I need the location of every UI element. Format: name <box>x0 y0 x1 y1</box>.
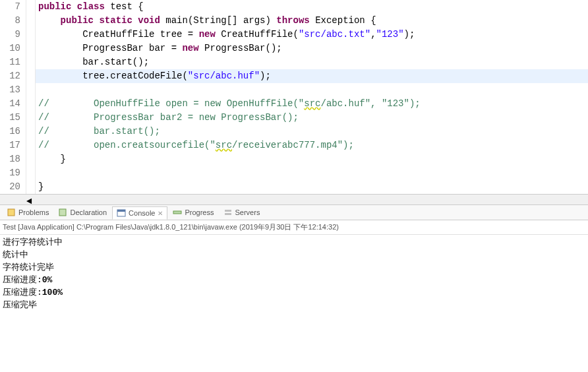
code-content[interactable]: CreatHuffFile tree = new CreatHuffFile("… <box>36 28 415 42</box>
code-line[interactable]: 13 <box>0 83 588 97</box>
tab-label: Progress <box>185 208 214 216</box>
folding-ruler[interactable] <box>26 152 36 166</box>
folding-ruler[interactable] <box>26 97 36 111</box>
code-content[interactable] <box>36 166 38 180</box>
code-content[interactable]: bar.start(); <box>36 55 149 69</box>
folding-ruler[interactable] <box>26 28 36 42</box>
line-number: 8 <box>0 14 26 28</box>
folding-ruler[interactable] <box>26 166 36 180</box>
code-line[interactable]: 12 tree.creatCodeFile("src/abc.huf"); <box>0 69 588 83</box>
console-line: 压缩进度:100% <box>3 286 585 299</box>
code-content[interactable]: tree.creatCodeFile("src/abc.huf"); <box>36 69 271 83</box>
code-content[interactable]: ProgressBar bar = new ProgressBar(); <box>36 42 282 55</box>
folding-ruler[interactable] <box>26 14 36 28</box>
code-content[interactable] <box>36 83 38 97</box>
code-line[interactable]: 7public class test { <box>0 0 588 14</box>
scroll-thumb-left: ◄ <box>26 196 33 202</box>
console-line: 压缩完毕 <box>3 299 585 311</box>
tab-label: Console <box>129 209 155 217</box>
console-output[interactable]: 进行字符统计中统计中字符统计完毕压缩进度:0%压缩进度:100%压缩完毕 htt… <box>0 235 588 313</box>
tab-label: Servers <box>235 208 260 216</box>
line-number: 20 <box>0 180 26 194</box>
line-number: 11 <box>0 55 26 69</box>
folding-ruler[interactable] <box>26 83 36 97</box>
line-number: 9 <box>0 28 26 42</box>
tab-console[interactable]: Console✕ <box>112 206 167 220</box>
code-content[interactable]: } <box>36 180 44 194</box>
folding-ruler[interactable] <box>26 0 36 14</box>
svg-rect-3 <box>117 210 125 212</box>
code-content[interactable]: // OpenHuffFile open = new OpenHuffFile(… <box>36 97 421 111</box>
console-launch-info: Test [Java Application] C:\Program Files… <box>0 220 588 235</box>
tab-label: Problems <box>18 208 49 216</box>
console-line: 统计中 <box>3 249 585 261</box>
code-line[interactable]: 10 ProgressBar bar = new ProgressBar(); <box>0 42 588 55</box>
code-content[interactable]: public class test { <box>36 0 144 14</box>
code-content[interactable]: public static void main(String[] args) t… <box>36 14 376 28</box>
line-number: 7 <box>0 0 26 14</box>
code-content[interactable]: // open.creatsourcefile("src/receiverabc… <box>36 139 354 152</box>
line-number: 10 <box>0 42 26 55</box>
line-number: 15 <box>0 111 26 125</box>
svg-rect-5 <box>225 210 231 212</box>
code-line[interactable]: 16// bar.start(); <box>0 125 588 139</box>
console-line: 进行字符统计中 <box>3 236 585 249</box>
line-number: 18 <box>0 152 26 166</box>
code-line[interactable]: 20} <box>0 180 588 194</box>
servers-icon <box>223 208 233 217</box>
svg-rect-1 <box>59 209 66 216</box>
console-line: 字符统计完毕 <box>3 261 585 274</box>
code-line[interactable]: 18 } <box>0 152 588 166</box>
views-tabbar: ProblemsDeclarationConsole✕ProgressServe… <box>0 204 588 220</box>
tab-servers[interactable]: Servers <box>220 206 264 218</box>
line-number: 12 <box>0 69 26 83</box>
code-line[interactable]: 11 bar.start(); <box>0 55 588 69</box>
progress-icon <box>173 208 182 217</box>
horizontal-scrollbar[interactable]: ◄ <box>0 194 588 204</box>
tab-label: Declaration <box>70 208 107 216</box>
tab-problems[interactable]: Problems <box>3 206 53 218</box>
folding-ruler[interactable] <box>26 125 36 139</box>
svg-rect-4 <box>173 211 181 214</box>
line-number: 17 <box>0 139 26 152</box>
close-icon[interactable]: ✕ <box>158 210 163 217</box>
declaration-icon <box>58 208 67 217</box>
code-line[interactable]: 14// OpenHuffFile open = new OpenHuffFil… <box>0 97 588 111</box>
code-content[interactable]: // bar.start(); <box>36 125 160 139</box>
line-number: 14 <box>0 97 26 111</box>
tab-progress[interactable]: Progress <box>169 206 218 218</box>
code-line[interactable]: 17// open.creatsourcefile("src/receivera… <box>0 139 588 152</box>
folding-ruler[interactable] <box>26 42 36 55</box>
folding-ruler[interactable] <box>26 180 36 194</box>
svg-rect-6 <box>225 213 231 215</box>
code-line[interactable]: 15// ProgressBar bar2 = new ProgressBar(… <box>0 111 588 125</box>
code-line[interactable]: 19 <box>0 166 588 180</box>
folding-ruler[interactable] <box>26 111 36 125</box>
code-line[interactable]: 9 CreatHuffFile tree = new CreatHuffFile… <box>0 28 588 42</box>
folding-ruler[interactable] <box>26 139 36 152</box>
console-icon <box>117 208 126 218</box>
folding-ruler[interactable] <box>26 69 36 83</box>
code-content[interactable]: // ProgressBar bar2 = new ProgressBar(); <box>36 111 299 125</box>
console-line: 压缩进度:0% <box>3 274 585 286</box>
code-editor[interactable]: 7public class test {8 public static void… <box>0 0 588 194</box>
code-line[interactable]: 8 public static void main(String[] args)… <box>0 14 588 28</box>
code-content[interactable]: } <box>36 152 66 166</box>
problems-icon <box>7 208 16 217</box>
line-number: 19 <box>0 166 26 180</box>
line-number: 16 <box>0 125 26 139</box>
tab-declaration[interactable]: Declaration <box>54 206 111 218</box>
svg-rect-0 <box>8 209 15 216</box>
watermark-text: https://blog.csdn.net/qq_42034205 <box>460 311 581 313</box>
folding-ruler[interactable] <box>26 55 36 69</box>
line-number: 13 <box>0 83 26 97</box>
